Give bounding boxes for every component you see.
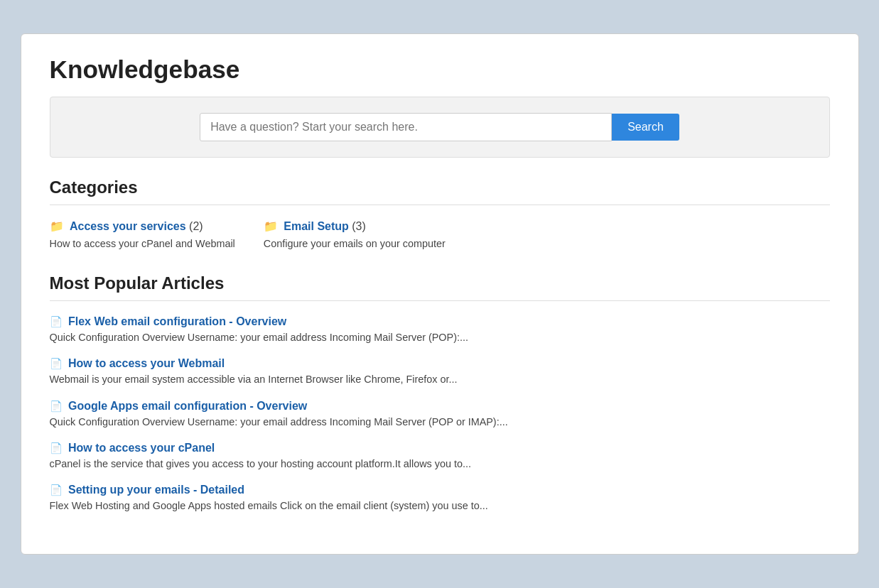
category-item: 📁 Email Setup (3) Configure your emails … bbox=[264, 219, 446, 251]
category-desc-email-setup: Configure your emails on your computer bbox=[264, 236, 446, 251]
article-desc: Quick Configuration Overview Username: y… bbox=[50, 330, 830, 344]
article-link-access-cpanel[interactable]: How to access your cPanel bbox=[68, 442, 215, 454]
article-icon: 📄 bbox=[50, 484, 63, 496]
popular-articles-divider bbox=[50, 300, 830, 301]
article-link-setting-up-emails[interactable]: Setting up your emails - Detailed bbox=[68, 484, 244, 496]
article-desc: Quick Configuration Overview Username: y… bbox=[50, 415, 830, 429]
article-item: 📄 Setting up your emails - Detailed Flex… bbox=[50, 484, 830, 513]
categories-divider bbox=[50, 205, 830, 205]
article-item: 📄 Flex Web email configuration - Overvie… bbox=[50, 315, 830, 344]
category-link-access-services[interactable]: Access your services (2) bbox=[70, 220, 203, 232]
article-link-access-webmail[interactable]: How to access your Webmail bbox=[68, 357, 225, 369]
category-desc-access-services: How to access your cPanel and Webmail bbox=[50, 236, 235, 251]
folder-icon: 📁 bbox=[264, 219, 278, 233]
category-item: 📁 Access your services (2) How to access… bbox=[50, 219, 235, 251]
article-item: 📄 Google Apps email configuration - Over… bbox=[50, 400, 830, 429]
folder-icon: 📁 bbox=[50, 219, 64, 233]
search-button[interactable]: Search bbox=[612, 114, 679, 141]
article-icon: 📄 bbox=[50, 316, 63, 328]
popular-articles-title: Most Popular Articles bbox=[50, 273, 830, 293]
article-link-google-apps-overview[interactable]: Google Apps email configuration - Overvi… bbox=[68, 400, 307, 412]
article-icon: 📄 bbox=[50, 442, 63, 454]
article-desc: Webmail is your email system accessible … bbox=[50, 372, 830, 386]
article-icon: 📄 bbox=[50, 358, 63, 370]
search-section: Search bbox=[50, 97, 830, 158]
articles-list: 📄 Flex Web email configuration - Overvie… bbox=[50, 315, 830, 526]
knowledgebase-container: Knowledgebase Search Categories 📁 Access… bbox=[21, 33, 859, 555]
categories-grid: 📁 Access your services (2) How to access… bbox=[50, 219, 830, 251]
category-link-email-setup[interactable]: Email Setup (3) bbox=[284, 220, 366, 232]
article-desc: cPanel is the service that gives you acc… bbox=[50, 457, 830, 471]
search-input[interactable] bbox=[200, 113, 612, 141]
article-desc: Flex Web Hosting and Google Apps hosted … bbox=[50, 499, 830, 513]
article-link-flex-web-overview[interactable]: Flex Web email configuration - Overview bbox=[68, 315, 286, 327]
article-item: 📄 How to access your Webmail Webmail is … bbox=[50, 357, 830, 386]
article-icon: 📄 bbox=[50, 401, 63, 413]
categories-title: Categories bbox=[50, 178, 830, 197]
article-item: 📄 How to access your cPanel cPanel is th… bbox=[50, 442, 830, 471]
page-title: Knowledgebase bbox=[50, 55, 830, 84]
